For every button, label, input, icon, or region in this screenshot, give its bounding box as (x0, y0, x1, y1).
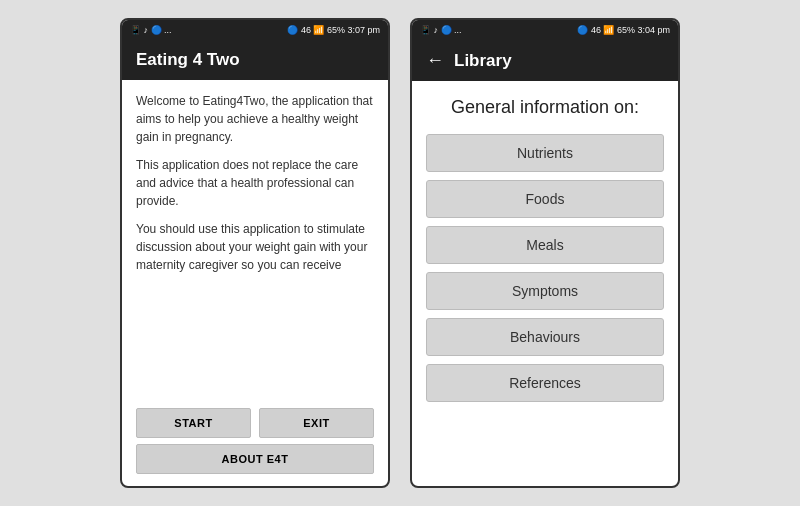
back-button[interactable]: ← (426, 50, 444, 71)
exit-button[interactable]: EXIT (259, 408, 374, 438)
para3: You should use this application to stimu… (136, 220, 374, 274)
lib-item-foods[interactable]: Foods (426, 180, 664, 218)
about-button[interactable]: ABOUT E4T (136, 444, 374, 474)
lib-item-nutrients[interactable]: Nutrients (426, 134, 664, 172)
status-right-1: 🔵 46 📶 65% 3:07 pm (287, 25, 380, 35)
app-content: Welcome to Eating4Two, the application t… (122, 80, 388, 486)
status-left-2: 📱 ♪ 🔵 ... (420, 25, 462, 35)
lib-title-header: Library (454, 51, 512, 71)
lib-content: General information on: NutrientsFoodsMe… (412, 81, 678, 486)
lib-item-symptoms[interactable]: Symptoms (426, 272, 664, 310)
status-left-1: 📱 ♪ 🔵 ... (130, 25, 172, 35)
para1: Welcome to Eating4Two, the application t… (136, 92, 374, 146)
lib-item-meals[interactable]: Meals (426, 226, 664, 264)
button-row: START EXIT (136, 408, 374, 438)
lib-header: ← Library (412, 40, 678, 81)
phone1: 📱 ♪ 🔵 ... 🔵 46 📶 65% 3:07 pm Eating 4 Tw… (120, 18, 390, 488)
status-bar-2: 📱 ♪ 🔵 ... 🔵 46 📶 65% 3:04 pm (412, 20, 678, 40)
status-right-2: 🔵 46 📶 65% 3:04 pm (577, 25, 670, 35)
status-bar-1: 📱 ♪ 🔵 ... 🔵 46 📶 65% 3:07 pm (122, 20, 388, 40)
welcome-text: Welcome to Eating4Two, the application t… (136, 92, 374, 408)
phone2: 📱 ♪ 🔵 ... 🔵 46 📶 65% 3:04 pm ← Library G… (410, 18, 680, 488)
lib-heading: General information on: (451, 97, 639, 118)
app-title: Eating 4 Two (136, 50, 240, 69)
start-button[interactable]: START (136, 408, 251, 438)
para2: This application does not replace the ca… (136, 156, 374, 210)
app-header: Eating 4 Two (122, 40, 388, 80)
lib-item-behaviours[interactable]: Behaviours (426, 318, 664, 356)
lib-item-references[interactable]: References (426, 364, 664, 402)
